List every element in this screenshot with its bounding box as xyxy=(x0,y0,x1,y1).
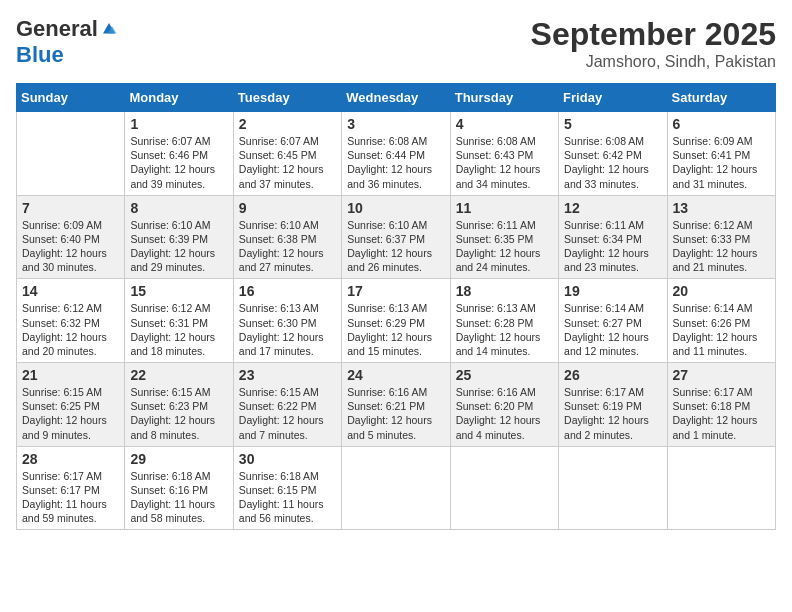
day-info: Sunrise: 6:12 AM Sunset: 6:32 PM Dayligh… xyxy=(22,301,119,358)
calendar-cell: 9Sunrise: 6:10 AM Sunset: 6:38 PM Daylig… xyxy=(233,195,341,279)
calendar-week-row: 21Sunrise: 6:15 AM Sunset: 6:25 PM Dayli… xyxy=(17,363,776,447)
title-section: September 2025 Jamshoro, Sindh, Pakistan xyxy=(531,16,776,71)
day-number: 7 xyxy=(22,200,119,216)
calendar-cell: 16Sunrise: 6:13 AM Sunset: 6:30 PM Dayli… xyxy=(233,279,341,363)
calendar-cell: 27Sunrise: 6:17 AM Sunset: 6:18 PM Dayli… xyxy=(667,363,775,447)
day-info: Sunrise: 6:18 AM Sunset: 6:15 PM Dayligh… xyxy=(239,469,336,526)
calendar-week-row: 28Sunrise: 6:17 AM Sunset: 6:17 PM Dayli… xyxy=(17,446,776,530)
weekday-header: Thursday xyxy=(450,84,558,112)
calendar-cell: 22Sunrise: 6:15 AM Sunset: 6:23 PM Dayli… xyxy=(125,363,233,447)
day-info: Sunrise: 6:13 AM Sunset: 6:30 PM Dayligh… xyxy=(239,301,336,358)
calendar-cell: 1Sunrise: 6:07 AM Sunset: 6:46 PM Daylig… xyxy=(125,112,233,196)
day-info: Sunrise: 6:08 AM Sunset: 6:43 PM Dayligh… xyxy=(456,134,553,191)
day-info: Sunrise: 6:12 AM Sunset: 6:31 PM Dayligh… xyxy=(130,301,227,358)
calendar-cell: 14Sunrise: 6:12 AM Sunset: 6:32 PM Dayli… xyxy=(17,279,125,363)
calendar-cell: 30Sunrise: 6:18 AM Sunset: 6:15 PM Dayli… xyxy=(233,446,341,530)
day-number: 20 xyxy=(673,283,770,299)
day-info: Sunrise: 6:16 AM Sunset: 6:21 PM Dayligh… xyxy=(347,385,444,442)
day-number: 27 xyxy=(673,367,770,383)
calendar-week-row: 1Sunrise: 6:07 AM Sunset: 6:46 PM Daylig… xyxy=(17,112,776,196)
day-info: Sunrise: 6:11 AM Sunset: 6:34 PM Dayligh… xyxy=(564,218,661,275)
day-number: 29 xyxy=(130,451,227,467)
day-number: 15 xyxy=(130,283,227,299)
weekday-header: Friday xyxy=(559,84,667,112)
day-number: 12 xyxy=(564,200,661,216)
day-number: 17 xyxy=(347,283,444,299)
day-number: 8 xyxy=(130,200,227,216)
location-subtitle: Jamshoro, Sindh, Pakistan xyxy=(531,53,776,71)
calendar-cell: 18Sunrise: 6:13 AM Sunset: 6:28 PM Dayli… xyxy=(450,279,558,363)
calendar-cell: 21Sunrise: 6:15 AM Sunset: 6:25 PM Dayli… xyxy=(17,363,125,447)
day-number: 11 xyxy=(456,200,553,216)
day-info: Sunrise: 6:12 AM Sunset: 6:33 PM Dayligh… xyxy=(673,218,770,275)
calendar-cell: 10Sunrise: 6:10 AM Sunset: 6:37 PM Dayli… xyxy=(342,195,450,279)
calendar-cell: 17Sunrise: 6:13 AM Sunset: 6:29 PM Dayli… xyxy=(342,279,450,363)
page-header: General Blue September 2025 Jamshoro, Si… xyxy=(16,16,776,71)
day-number: 18 xyxy=(456,283,553,299)
day-info: Sunrise: 6:08 AM Sunset: 6:42 PM Dayligh… xyxy=(564,134,661,191)
calendar-cell xyxy=(17,112,125,196)
calendar-cell: 5Sunrise: 6:08 AM Sunset: 6:42 PM Daylig… xyxy=(559,112,667,196)
day-number: 4 xyxy=(456,116,553,132)
day-number: 2 xyxy=(239,116,336,132)
calendar-cell: 12Sunrise: 6:11 AM Sunset: 6:34 PM Dayli… xyxy=(559,195,667,279)
day-info: Sunrise: 6:13 AM Sunset: 6:28 PM Dayligh… xyxy=(456,301,553,358)
day-number: 25 xyxy=(456,367,553,383)
day-info: Sunrise: 6:08 AM Sunset: 6:44 PM Dayligh… xyxy=(347,134,444,191)
calendar-week-row: 14Sunrise: 6:12 AM Sunset: 6:32 PM Dayli… xyxy=(17,279,776,363)
day-number: 26 xyxy=(564,367,661,383)
day-info: Sunrise: 6:14 AM Sunset: 6:27 PM Dayligh… xyxy=(564,301,661,358)
day-info: Sunrise: 6:15 AM Sunset: 6:25 PM Dayligh… xyxy=(22,385,119,442)
day-info: Sunrise: 6:15 AM Sunset: 6:23 PM Dayligh… xyxy=(130,385,227,442)
day-info: Sunrise: 6:15 AM Sunset: 6:22 PM Dayligh… xyxy=(239,385,336,442)
day-number: 28 xyxy=(22,451,119,467)
weekday-header: Tuesday xyxy=(233,84,341,112)
calendar-cell xyxy=(342,446,450,530)
day-number: 14 xyxy=(22,283,119,299)
calendar-cell xyxy=(559,446,667,530)
day-number: 21 xyxy=(22,367,119,383)
calendar-cell: 3Sunrise: 6:08 AM Sunset: 6:44 PM Daylig… xyxy=(342,112,450,196)
day-info: Sunrise: 6:18 AM Sunset: 6:16 PM Dayligh… xyxy=(130,469,227,526)
day-info: Sunrise: 6:09 AM Sunset: 6:41 PM Dayligh… xyxy=(673,134,770,191)
calendar-cell xyxy=(667,446,775,530)
calendar-cell: 15Sunrise: 6:12 AM Sunset: 6:31 PM Dayli… xyxy=(125,279,233,363)
calendar-week-row: 7Sunrise: 6:09 AM Sunset: 6:40 PM Daylig… xyxy=(17,195,776,279)
calendar-cell: 2Sunrise: 6:07 AM Sunset: 6:45 PM Daylig… xyxy=(233,112,341,196)
calendar-cell: 11Sunrise: 6:11 AM Sunset: 6:35 PM Dayli… xyxy=(450,195,558,279)
day-info: Sunrise: 6:17 AM Sunset: 6:19 PM Dayligh… xyxy=(564,385,661,442)
day-number: 10 xyxy=(347,200,444,216)
logo-blue-text: Blue xyxy=(16,42,64,68)
month-title: September 2025 xyxy=(531,16,776,53)
day-number: 1 xyxy=(130,116,227,132)
day-info: Sunrise: 6:14 AM Sunset: 6:26 PM Dayligh… xyxy=(673,301,770,358)
day-number: 19 xyxy=(564,283,661,299)
day-number: 24 xyxy=(347,367,444,383)
calendar-cell: 29Sunrise: 6:18 AM Sunset: 6:16 PM Dayli… xyxy=(125,446,233,530)
calendar-cell: 7Sunrise: 6:09 AM Sunset: 6:40 PM Daylig… xyxy=(17,195,125,279)
day-info: Sunrise: 6:10 AM Sunset: 6:37 PM Dayligh… xyxy=(347,218,444,275)
day-info: Sunrise: 6:07 AM Sunset: 6:46 PM Dayligh… xyxy=(130,134,227,191)
day-info: Sunrise: 6:13 AM Sunset: 6:29 PM Dayligh… xyxy=(347,301,444,358)
day-number: 6 xyxy=(673,116,770,132)
calendar-cell: 20Sunrise: 6:14 AM Sunset: 6:26 PM Dayli… xyxy=(667,279,775,363)
calendar-cell: 6Sunrise: 6:09 AM Sunset: 6:41 PM Daylig… xyxy=(667,112,775,196)
weekday-header: Monday xyxy=(125,84,233,112)
calendar-cell: 19Sunrise: 6:14 AM Sunset: 6:27 PM Dayli… xyxy=(559,279,667,363)
day-info: Sunrise: 6:16 AM Sunset: 6:20 PM Dayligh… xyxy=(456,385,553,442)
weekday-header-row: SundayMondayTuesdayWednesdayThursdayFrid… xyxy=(17,84,776,112)
day-number: 16 xyxy=(239,283,336,299)
day-number: 9 xyxy=(239,200,336,216)
logo-general-text: General xyxy=(16,16,98,42)
calendar-table: SundayMondayTuesdayWednesdayThursdayFrid… xyxy=(16,83,776,530)
day-info: Sunrise: 6:17 AM Sunset: 6:18 PM Dayligh… xyxy=(673,385,770,442)
calendar-cell: 28Sunrise: 6:17 AM Sunset: 6:17 PM Dayli… xyxy=(17,446,125,530)
day-number: 23 xyxy=(239,367,336,383)
calendar-cell xyxy=(450,446,558,530)
calendar-cell: 24Sunrise: 6:16 AM Sunset: 6:21 PM Dayli… xyxy=(342,363,450,447)
day-number: 13 xyxy=(673,200,770,216)
weekday-header: Saturday xyxy=(667,84,775,112)
calendar-cell: 26Sunrise: 6:17 AM Sunset: 6:19 PM Dayli… xyxy=(559,363,667,447)
calendar-cell: 4Sunrise: 6:08 AM Sunset: 6:43 PM Daylig… xyxy=(450,112,558,196)
calendar-cell: 23Sunrise: 6:15 AM Sunset: 6:22 PM Dayli… xyxy=(233,363,341,447)
